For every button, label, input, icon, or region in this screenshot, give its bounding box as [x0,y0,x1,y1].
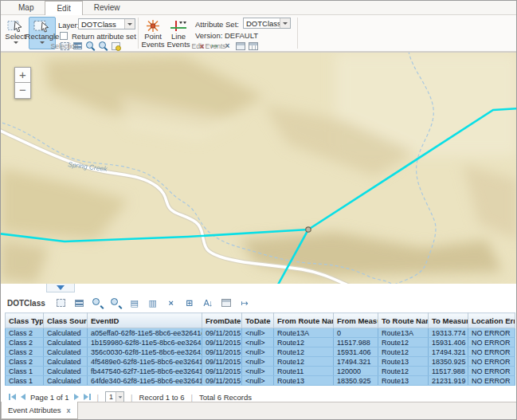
table-cell[interactable]: fb447540-62f7-11e5-8bc6-ee32641d5ec9 [88,367,202,376]
table-cell[interactable]: Calculated [44,338,88,347]
column-header-from-route-name[interactable]: From Route Name [274,313,334,328]
table-cell[interactable]: Route12 [378,347,429,357]
table-cell[interactable]: 120000 [334,367,378,376]
column-header-eventid[interactable]: EventID [88,313,202,328]
table-cell[interactable]: Route12 [274,338,334,347]
table-cell[interactable]: 09/11/2015 [202,338,242,347]
tab-map[interactable]: Map [7,1,45,14]
add-records-icon[interactable]: ⊞ [183,297,196,309]
table-cell[interactable]: 18350.925 [429,357,468,367]
last-page-button[interactable] [84,394,91,400]
next-page-button[interactable] [74,394,79,400]
map-view[interactable]: Spring Creek + − [1,52,516,284]
show-selected-records-icon[interactable] [73,297,86,309]
previous-page-button[interactable] [21,394,25,400]
table-cell[interactable]: 17494.321 [334,357,378,367]
table-cell[interactable]: Class 2 [6,347,44,357]
column-header-from-measure[interactable]: From Measure [334,313,378,328]
attribute-set-arrow-icon[interactable] [280,18,290,28]
column-header-class-type[interactable]: Class Type [6,313,44,328]
table-cell[interactable]: NO ERROR [468,367,515,376]
tab-edit[interactable]: Edit [45,1,82,15]
save-edits-icon[interactable]: ▤ [128,297,141,309]
tab-event-attributes[interactable]: Event Attributes x [1,402,78,419]
table-row[interactable]: Class 2Calculated356c0030-62f8-11e5-8bc6… [6,347,515,357]
select-records-icon[interactable] [55,297,68,309]
table-cell[interactable]: Route12 [274,347,334,357]
table-cell[interactable]: 11517.988 [334,338,378,347]
attribute-set-select[interactable]: DOTClass [243,18,291,29]
table-cell[interactable]: Route12 [274,357,334,367]
table-row[interactable]: Class 2Calculateda05effa0-62f8-11e5-8bc6… [6,328,515,338]
table-cell[interactable]: Route13A [274,328,334,338]
table-cell[interactable]: NO ERROR [468,357,515,367]
table-cell[interactable]: Class 2 [6,328,44,338]
table-cell[interactable]: Calculated [44,328,88,338]
table-cell[interactable]: Route13 [378,376,429,386]
switch-selection-icon[interactable]: ▥ [147,297,159,309]
table-cell[interactable]: NO ERROR [468,328,515,338]
table-cell[interactable]: 09/11/2015 [202,357,242,367]
table-cell[interactable]: Route13A [378,328,429,338]
table-row[interactable]: Class 2Calculated1b159980-62f8-11e5-8bc6… [6,338,515,347]
table-row[interactable]: Class 2Calculated4f5489e0-62f8-11e5-8bc6… [6,357,515,367]
column-header-location-error[interactable]: Location Error [468,313,515,328]
layer-select[interactable]: DOTClass [78,18,135,29]
table-cell[interactable]: Class 1 [6,376,44,386]
column-header-todate[interactable]: ToDate [242,313,274,328]
column-header-class-source[interactable]: Class Source [44,313,88,328]
column-header-to-route-name[interactable]: To Route Name [378,313,429,328]
zoom-to-selected-icon[interactable] [92,297,104,309]
table-cell[interactable]: NO ERROR [468,338,515,347]
zoom-out-button[interactable]: − [14,83,31,99]
table-cell[interactable]: Class 2 [6,357,44,367]
table-cell[interactable]: Route11 [274,367,334,376]
table-cell[interactable]: 17494.321 [429,347,468,357]
clear-selection-icon[interactable]: × [165,297,178,309]
table-cell[interactable]: 1b159980-62f8-11e5-8bc6-ee32641d5ec9 [88,338,202,347]
open-attribute-window-icon[interactable] [220,297,233,309]
zoom-in-button[interactable]: + [14,67,31,83]
pan-to-selected-icon[interactable] [110,297,123,309]
layer-select-arrow-icon[interactable] [124,19,135,29]
first-page-button[interactable] [9,394,16,400]
table-row[interactable]: Class 1Calculated64fde340-62f8-11e5-8bc6… [6,376,515,386]
table-cell[interactable]: <null> [242,357,274,367]
table-cell[interactable]: <null> [242,338,274,347]
table-cell[interactable]: 19313.774 [429,328,468,338]
page-number-arrow-icon[interactable] [116,392,123,402]
table-cell[interactable]: 11517.988 [429,367,468,376]
table-cell[interactable]: Calculated [44,367,88,376]
table-cell[interactable]: Route13 [274,376,334,386]
tab-review[interactable]: Review [83,1,131,14]
table-cell[interactable]: NO ERROR [468,376,515,386]
table-cell[interactable]: Calculated [44,376,88,386]
table-cell[interactable]: 356c0030-62f8-11e5-8bc6-ee32641d5ec9 [88,347,202,357]
sort-records-icon[interactable]: A↓ [202,297,214,309]
table-cell[interactable]: Class 1 [6,367,44,376]
page-number-select[interactable]: 1 [105,391,124,402]
table-cell[interactable]: 0 [334,328,378,338]
close-icon[interactable]: x [67,406,71,414]
return-attribute-set-checkbox[interactable] [60,32,68,40]
table-cell[interactable]: 15931.406 [429,338,468,347]
table-cell[interactable]: a05effa0-62f8-11e5-8bc6-ee32641d5ec9 [88,328,202,338]
table-cell[interactable]: <null> [242,328,274,338]
table-cell[interactable]: Class 2 [6,338,44,347]
table-cell[interactable]: <null> [242,367,274,376]
table-cell[interactable]: 21231.919 [429,376,468,386]
table-cell[interactable]: 09/11/2015 [202,328,242,338]
table-cell[interactable]: 09/11/2015 [202,367,242,376]
table-cell[interactable]: Route12 [378,338,429,347]
table-cell[interactable]: 4f5489e0-62f8-11e5-8bc6-ee32641d5ec9 [88,357,202,367]
table-cell[interactable]: 15931.406 [334,347,378,357]
table-cell[interactable]: <null> [242,347,274,357]
column-header-to-measure[interactable]: To Measure [429,313,468,328]
table-cell[interactable]: Route13 [378,357,429,367]
table-cell[interactable]: Calculated [44,347,88,357]
table-row[interactable]: Class 1Calculatedfb447540-62f7-11e5-8bc6… [6,367,515,376]
table-cell[interactable]: 09/11/2015 [202,376,242,386]
table-cell[interactable]: NO ERROR [468,347,515,357]
table-cell[interactable]: <null> [242,376,274,386]
table-cell[interactable]: 18350.925 [334,376,378,386]
